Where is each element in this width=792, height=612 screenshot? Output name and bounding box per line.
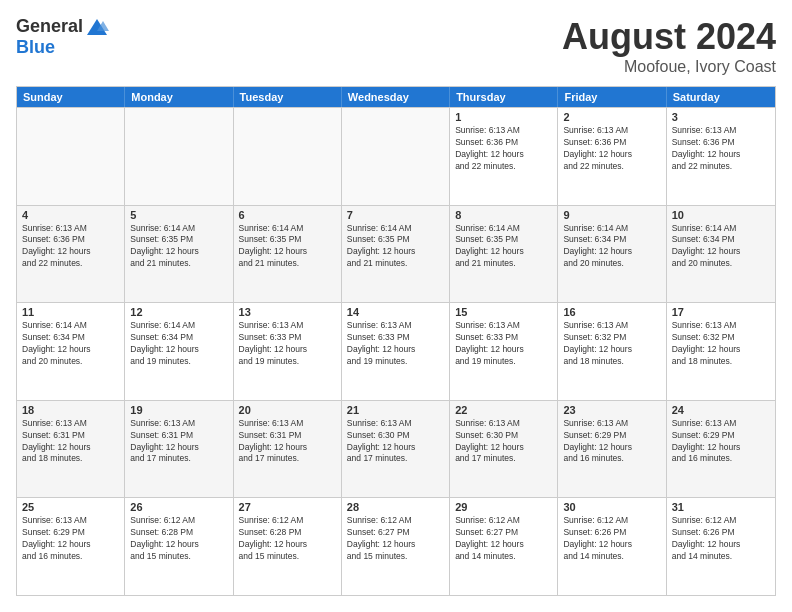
calendar-cell: 26Sunrise: 6:12 AM Sunset: 6:28 PM Dayli…	[125, 498, 233, 595]
calendar-cell: 27Sunrise: 6:12 AM Sunset: 6:28 PM Dayli…	[234, 498, 342, 595]
day-number: 24	[672, 404, 770, 416]
header-day-monday: Monday	[125, 87, 233, 107]
day-number: 1	[455, 111, 552, 123]
day-info: Sunrise: 6:13 AM Sunset: 6:30 PM Dayligh…	[347, 418, 444, 466]
day-number: 3	[672, 111, 770, 123]
day-number: 9	[563, 209, 660, 221]
calendar-cell: 16Sunrise: 6:13 AM Sunset: 6:32 PM Dayli…	[558, 303, 666, 400]
day-info: Sunrise: 6:13 AM Sunset: 6:36 PM Dayligh…	[672, 125, 770, 173]
calendar-cell: 13Sunrise: 6:13 AM Sunset: 6:33 PM Dayli…	[234, 303, 342, 400]
day-number: 6	[239, 209, 336, 221]
calendar-cell: 29Sunrise: 6:12 AM Sunset: 6:27 PM Dayli…	[450, 498, 558, 595]
calendar-row-1: 1Sunrise: 6:13 AM Sunset: 6:36 PM Daylig…	[17, 107, 775, 205]
day-info: Sunrise: 6:13 AM Sunset: 6:29 PM Dayligh…	[22, 515, 119, 563]
day-info: Sunrise: 6:12 AM Sunset: 6:28 PM Dayligh…	[130, 515, 227, 563]
day-info: Sunrise: 6:13 AM Sunset: 6:33 PM Dayligh…	[347, 320, 444, 368]
day-info: Sunrise: 6:13 AM Sunset: 6:30 PM Dayligh…	[455, 418, 552, 466]
calendar-cell: 31Sunrise: 6:12 AM Sunset: 6:26 PM Dayli…	[667, 498, 775, 595]
day-info: Sunrise: 6:13 AM Sunset: 6:33 PM Dayligh…	[239, 320, 336, 368]
day-number: 12	[130, 306, 227, 318]
calendar-cell	[17, 108, 125, 205]
calendar-cell: 18Sunrise: 6:13 AM Sunset: 6:31 PM Dayli…	[17, 401, 125, 498]
day-number: 11	[22, 306, 119, 318]
calendar-header: SundayMondayTuesdayWednesdayThursdayFrid…	[17, 87, 775, 107]
day-info: Sunrise: 6:13 AM Sunset: 6:32 PM Dayligh…	[563, 320, 660, 368]
day-info: Sunrise: 6:13 AM Sunset: 6:29 PM Dayligh…	[563, 418, 660, 466]
calendar-cell: 22Sunrise: 6:13 AM Sunset: 6:30 PM Dayli…	[450, 401, 558, 498]
calendar-cell: 10Sunrise: 6:14 AM Sunset: 6:34 PM Dayli…	[667, 206, 775, 303]
calendar-cell: 28Sunrise: 6:12 AM Sunset: 6:27 PM Dayli…	[342, 498, 450, 595]
day-info: Sunrise: 6:14 AM Sunset: 6:35 PM Dayligh…	[347, 223, 444, 271]
day-number: 15	[455, 306, 552, 318]
day-info: Sunrise: 6:13 AM Sunset: 6:31 PM Dayligh…	[239, 418, 336, 466]
day-info: Sunrise: 6:14 AM Sunset: 6:34 PM Dayligh…	[22, 320, 119, 368]
day-info: Sunrise: 6:12 AM Sunset: 6:27 PM Dayligh…	[347, 515, 444, 563]
logo-icon	[85, 17, 109, 37]
calendar-cell: 4Sunrise: 6:13 AM Sunset: 6:36 PM Daylig…	[17, 206, 125, 303]
header: General Blue August 2024 Moofoue, Ivory …	[16, 16, 776, 76]
day-info: Sunrise: 6:13 AM Sunset: 6:36 PM Dayligh…	[455, 125, 552, 173]
day-info: Sunrise: 6:14 AM Sunset: 6:34 PM Dayligh…	[563, 223, 660, 271]
day-info: Sunrise: 6:14 AM Sunset: 6:35 PM Dayligh…	[130, 223, 227, 271]
logo-blue: Blue	[16, 37, 55, 58]
calendar-cell: 3Sunrise: 6:13 AM Sunset: 6:36 PM Daylig…	[667, 108, 775, 205]
day-info: Sunrise: 6:13 AM Sunset: 6:36 PM Dayligh…	[22, 223, 119, 271]
calendar-cell: 20Sunrise: 6:13 AM Sunset: 6:31 PM Dayli…	[234, 401, 342, 498]
day-number: 30	[563, 501, 660, 513]
day-info: Sunrise: 6:13 AM Sunset: 6:36 PM Dayligh…	[563, 125, 660, 173]
day-number: 18	[22, 404, 119, 416]
day-info: Sunrise: 6:13 AM Sunset: 6:32 PM Dayligh…	[672, 320, 770, 368]
calendar-cell: 12Sunrise: 6:14 AM Sunset: 6:34 PM Dayli…	[125, 303, 233, 400]
day-info: Sunrise: 6:12 AM Sunset: 6:26 PM Dayligh…	[672, 515, 770, 563]
day-number: 14	[347, 306, 444, 318]
calendar-cell: 23Sunrise: 6:13 AM Sunset: 6:29 PM Dayli…	[558, 401, 666, 498]
day-number: 20	[239, 404, 336, 416]
day-info: Sunrise: 6:12 AM Sunset: 6:27 PM Dayligh…	[455, 515, 552, 563]
calendar-cell: 1Sunrise: 6:13 AM Sunset: 6:36 PM Daylig…	[450, 108, 558, 205]
logo-general: General	[16, 16, 83, 37]
calendar-cell: 11Sunrise: 6:14 AM Sunset: 6:34 PM Dayli…	[17, 303, 125, 400]
day-number: 8	[455, 209, 552, 221]
calendar-cell: 8Sunrise: 6:14 AM Sunset: 6:35 PM Daylig…	[450, 206, 558, 303]
header-day-saturday: Saturday	[667, 87, 775, 107]
calendar-cell	[342, 108, 450, 205]
day-info: Sunrise: 6:14 AM Sunset: 6:34 PM Dayligh…	[672, 223, 770, 271]
day-info: Sunrise: 6:13 AM Sunset: 6:29 PM Dayligh…	[672, 418, 770, 466]
calendar-cell: 15Sunrise: 6:13 AM Sunset: 6:33 PM Dayli…	[450, 303, 558, 400]
day-info: Sunrise: 6:13 AM Sunset: 6:31 PM Dayligh…	[22, 418, 119, 466]
day-number: 29	[455, 501, 552, 513]
page: General Blue August 2024 Moofoue, Ivory …	[0, 0, 792, 612]
calendar-row-2: 4Sunrise: 6:13 AM Sunset: 6:36 PM Daylig…	[17, 205, 775, 303]
day-number: 21	[347, 404, 444, 416]
day-number: 26	[130, 501, 227, 513]
day-info: Sunrise: 6:13 AM Sunset: 6:31 PM Dayligh…	[130, 418, 227, 466]
calendar-cell: 30Sunrise: 6:12 AM Sunset: 6:26 PM Dayli…	[558, 498, 666, 595]
day-number: 5	[130, 209, 227, 221]
calendar-row-5: 25Sunrise: 6:13 AM Sunset: 6:29 PM Dayli…	[17, 497, 775, 595]
day-number: 22	[455, 404, 552, 416]
calendar-body: 1Sunrise: 6:13 AM Sunset: 6:36 PM Daylig…	[17, 107, 775, 595]
calendar-cell: 21Sunrise: 6:13 AM Sunset: 6:30 PM Dayli…	[342, 401, 450, 498]
day-number: 16	[563, 306, 660, 318]
day-number: 31	[672, 501, 770, 513]
day-info: Sunrise: 6:14 AM Sunset: 6:34 PM Dayligh…	[130, 320, 227, 368]
title-location: Moofoue, Ivory Coast	[562, 58, 776, 76]
calendar-row-3: 11Sunrise: 6:14 AM Sunset: 6:34 PM Dayli…	[17, 302, 775, 400]
calendar-cell: 14Sunrise: 6:13 AM Sunset: 6:33 PM Dayli…	[342, 303, 450, 400]
calendar-cell: 24Sunrise: 6:13 AM Sunset: 6:29 PM Dayli…	[667, 401, 775, 498]
day-number: 4	[22, 209, 119, 221]
calendar-cell	[125, 108, 233, 205]
day-info: Sunrise: 6:13 AM Sunset: 6:33 PM Dayligh…	[455, 320, 552, 368]
day-number: 28	[347, 501, 444, 513]
day-number: 25	[22, 501, 119, 513]
day-number: 27	[239, 501, 336, 513]
day-number: 19	[130, 404, 227, 416]
header-day-friday: Friday	[558, 87, 666, 107]
header-day-tuesday: Tuesday	[234, 87, 342, 107]
header-day-thursday: Thursday	[450, 87, 558, 107]
day-number: 2	[563, 111, 660, 123]
calendar-cell: 25Sunrise: 6:13 AM Sunset: 6:29 PM Dayli…	[17, 498, 125, 595]
day-info: Sunrise: 6:14 AM Sunset: 6:35 PM Dayligh…	[239, 223, 336, 271]
header-day-sunday: Sunday	[17, 87, 125, 107]
title-section: August 2024 Moofoue, Ivory Coast	[562, 16, 776, 76]
